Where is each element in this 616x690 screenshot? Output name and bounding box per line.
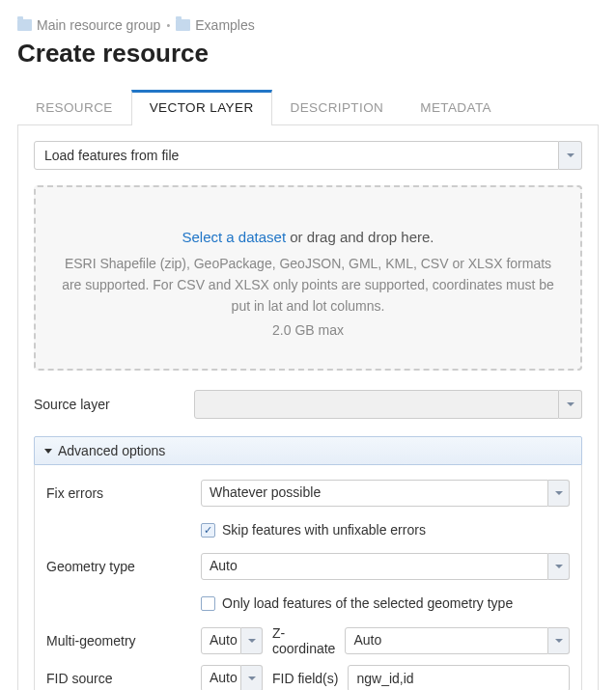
multi-geometry-label: Multi-geometry bbox=[46, 633, 201, 649]
breadcrumb-label: Main resource group bbox=[37, 17, 160, 33]
only-selected-geometry-checkbox-label[interactable]: Only load features of the selected geome… bbox=[201, 595, 513, 611]
breadcrumb-item[interactable]: Main resource group bbox=[17, 17, 160, 33]
breadcrumb-separator: • bbox=[166, 19, 170, 31]
chevron-down-icon bbox=[567, 153, 574, 157]
source-layer-dropdown-button[interactable] bbox=[559, 390, 582, 419]
skip-unfixable-checkbox[interactable] bbox=[201, 523, 215, 538]
dropzone-instruction: Select a dataset or drag and drop here. bbox=[53, 226, 563, 248]
folder-icon bbox=[176, 19, 190, 31]
page-title: Create resource bbox=[17, 39, 599, 69]
load-mode-dropdown-button[interactable] bbox=[559, 141, 582, 170]
source-layer-value bbox=[194, 390, 559, 419]
select-dataset-link[interactable]: Select a dataset bbox=[182, 229, 286, 245]
multi-geometry-select[interactable]: Auto bbox=[201, 627, 263, 654]
fid-source-label: FID source bbox=[46, 671, 201, 686]
only-selected-geometry-text: Only load features of the selected geome… bbox=[222, 595, 513, 611]
source-layer-label: Source layer bbox=[34, 397, 194, 412]
tab-metadata[interactable]: METADATA bbox=[402, 90, 510, 124]
fid-source-dropdown-button[interactable] bbox=[241, 665, 263, 690]
chevron-down-icon bbox=[555, 565, 563, 568]
triangle-down-icon bbox=[44, 449, 52, 454]
load-mode-value: Load features from file bbox=[34, 141, 559, 170]
fid-fields-input[interactable] bbox=[348, 665, 570, 690]
source-layer-select[interactable] bbox=[194, 390, 582, 419]
chevron-down-icon bbox=[567, 402, 574, 406]
geometry-type-select[interactable]: Auto bbox=[201, 553, 570, 580]
breadcrumb-item[interactable]: Examples bbox=[176, 17, 254, 33]
geometry-type-value: Auto bbox=[201, 553, 548, 580]
z-coordinate-dropdown-button[interactable] bbox=[548, 627, 570, 654]
fix-errors-value: Whatever possible bbox=[201, 480, 548, 507]
dropzone-formats: ESRI Shapefile (zip), GeoPackage, GeoJSO… bbox=[53, 254, 563, 317]
chevron-down-icon bbox=[248, 639, 256, 643]
load-mode-select[interactable]: Load features from file bbox=[34, 141, 582, 170]
chevron-down-icon bbox=[555, 639, 563, 643]
tabs: RESOURCE VECTOR LAYER DESCRIPTION METADA… bbox=[17, 90, 599, 125]
dropzone-max: 2.0 GB max bbox=[53, 320, 563, 342]
breadcrumb: Main resource group • Examples bbox=[17, 17, 599, 33]
advanced-options-toggle[interactable]: Advanced options bbox=[34, 436, 582, 465]
skip-unfixable-text: Skip features with unfixable errors bbox=[222, 522, 426, 538]
breadcrumb-label: Examples bbox=[195, 17, 254, 33]
tab-vector-layer[interactable]: VECTOR LAYER bbox=[131, 90, 272, 125]
folder-icon bbox=[17, 19, 32, 31]
tab-description[interactable]: DESCRIPTION bbox=[272, 90, 403, 124]
fix-errors-select[interactable]: Whatever possible bbox=[201, 480, 570, 507]
multi-geometry-value: Auto bbox=[201, 627, 241, 654]
dropzone-drag-text: or drag and drop here. bbox=[286, 229, 434, 245]
z-coordinate-select[interactable]: Auto bbox=[345, 627, 570, 654]
fix-errors-label: Fix errors bbox=[46, 485, 201, 501]
vector-layer-panel: Load features from file Select a dataset… bbox=[17, 125, 599, 690]
fix-errors-dropdown-button[interactable] bbox=[548, 480, 570, 507]
fid-source-select[interactable]: Auto bbox=[201, 665, 263, 690]
chevron-down-icon bbox=[248, 676, 256, 680]
advanced-options-label: Advanced options bbox=[58, 443, 165, 458]
z-coordinate-value: Auto bbox=[345, 627, 548, 654]
geometry-type-label: Geometry type bbox=[46, 559, 201, 574]
chevron-down-icon bbox=[555, 491, 563, 495]
tab-resource[interactable]: RESOURCE bbox=[17, 90, 131, 124]
skip-unfixable-checkbox-label[interactable]: Skip features with unfixable errors bbox=[201, 522, 426, 538]
advanced-options-body: Fix errors Whatever possible Skip feat bbox=[34, 465, 582, 690]
only-selected-geometry-checkbox[interactable] bbox=[201, 596, 215, 611]
fid-fields-label: FID field(s) bbox=[272, 671, 338, 686]
geometry-type-dropdown-button[interactable] bbox=[548, 553, 570, 580]
file-dropzone[interactable]: Select a dataset or drag and drop here. … bbox=[34, 185, 582, 371]
fid-source-value: Auto bbox=[201, 665, 241, 690]
multi-geometry-dropdown-button[interactable] bbox=[241, 627, 263, 654]
z-coordinate-label: Z-coordinate bbox=[272, 625, 335, 656]
